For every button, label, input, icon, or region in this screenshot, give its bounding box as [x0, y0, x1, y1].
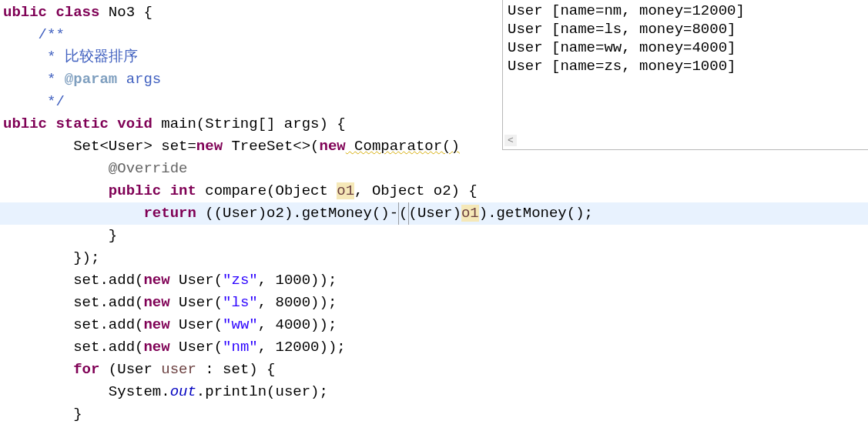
- keyword-for: for: [73, 361, 99, 378]
- keyword-new: new: [143, 294, 169, 311]
- output-line: User [name=zs, money=1000]: [508, 58, 736, 75]
- keyword-return: return: [143, 205, 196, 222]
- cursor-paren: (: [398, 202, 408, 225]
- keyword-new: new: [196, 138, 223, 155]
- code-line[interactable]: }: [0, 403, 868, 426]
- output-line: User [name=nm, money=12000]: [508, 2, 745, 19]
- code-text: .println(user);: [196, 383, 328, 400]
- keyword-new: new: [143, 339, 169, 356]
- close-paren-brace: });: [3, 249, 99, 266]
- code-text: TreeSet<>(: [223, 138, 319, 155]
- string-literal: "nm": [223, 339, 258, 356]
- code-text: ((User)o2).getMoney()-: [196, 205, 398, 222]
- code-line[interactable]: for (User user : set) {: [0, 359, 868, 381]
- javadoc-star: *: [3, 48, 65, 65]
- code-line[interactable]: set.add(new User("zs", 1000));: [0, 269, 868, 292]
- string-literal: "zs": [223, 272, 258, 289]
- code-line[interactable]: set.add(new User("ls", 8000));: [0, 292, 868, 314]
- javadoc-arg: args: [117, 71, 161, 88]
- highlighted-variable-o1: o1: [337, 182, 354, 199]
- highlighted-variable-o1: o1: [461, 205, 479, 222]
- terminated-marker: <: [504, 135, 517, 146]
- code-text: set.add(: [3, 339, 143, 356]
- annotation-override: @Override: [3, 160, 187, 177]
- keyword: ublic static void: [3, 115, 152, 132]
- code-text: User(: [170, 294, 223, 311]
- code-line[interactable]: set.add(new User("ww", 4000));: [0, 314, 868, 336]
- code-text: User(: [170, 316, 223, 333]
- keyword-new: new: [319, 138, 345, 155]
- code-line[interactable]: set.add(new User("nm", 12000));: [0, 336, 868, 359]
- output-line: User [name=ls, money=8000]: [508, 21, 736, 38]
- brace-close: }: [3, 227, 117, 244]
- keyword: ublic class: [3, 4, 99, 21]
- loop-variable: user: [161, 361, 196, 378]
- static-field-out: out: [170, 383, 196, 400]
- code-text: set.add(: [3, 316, 143, 333]
- keyword-new: new: [143, 316, 169, 333]
- code-text: set.add(: [3, 294, 143, 311]
- code-line[interactable]: System.out.println(user);: [0, 381, 868, 403]
- method-sig: main(String[] args) {: [152, 115, 346, 132]
- string-literal: "ls": [223, 294, 258, 311]
- code-text: Set<User> set=: [3, 138, 196, 155]
- code-text: (User: [99, 361, 161, 378]
- code-line[interactable]: @Override: [0, 158, 868, 180]
- javadoc-star: *: [3, 71, 65, 88]
- code-text: User(: [170, 272, 223, 289]
- brace-close: }: [3, 406, 82, 423]
- keyword: public int: [109, 182, 196, 199]
- class-name: No3 {: [99, 4, 152, 21]
- code-text: Comparator(): [346, 138, 460, 155]
- code-text: System.: [3, 383, 170, 400]
- javadoc-end: */: [3, 93, 65, 110]
- code-text: compare(Object: [196, 182, 337, 199]
- code-line[interactable]: public int compare(Object o1, Object o2)…: [0, 180, 868, 202]
- code-text: , 12000));: [258, 339, 346, 356]
- code-line-current[interactable]: return ((User)o2).getMoney()-((User)o1).…: [0, 202, 868, 225]
- keyword-new: new: [143, 272, 169, 289]
- javadoc-text: 比较器排序: [65, 48, 138, 65]
- indent: [3, 361, 73, 378]
- code-text: (User): [409, 205, 461, 222]
- console-output[interactable]: User [name=nm, money=12000] User [name=l…: [502, 0, 868, 150]
- javadoc-param-tag: @param: [65, 71, 117, 88]
- code-text: , 4000));: [258, 316, 337, 333]
- code-text: set.add(: [3, 272, 143, 289]
- indent: [3, 182, 109, 199]
- output-line: User [name=ww, money=4000]: [508, 39, 736, 56]
- code-text: : set) {: [196, 361, 276, 378]
- code-text: User(: [170, 339, 223, 356]
- javadoc-start: /**: [3, 26, 65, 43]
- code-text: , 1000));: [258, 272, 337, 289]
- code-text: , 8000));: [258, 294, 337, 311]
- code-text: ).getMoney();: [479, 205, 593, 222]
- indent: [3, 205, 143, 222]
- code-line[interactable]: }: [0, 225, 868, 247]
- string-literal: "ww": [223, 316, 258, 333]
- code-text: , Object o2) {: [354, 182, 478, 199]
- code-line[interactable]: });: [0, 247, 868, 269]
